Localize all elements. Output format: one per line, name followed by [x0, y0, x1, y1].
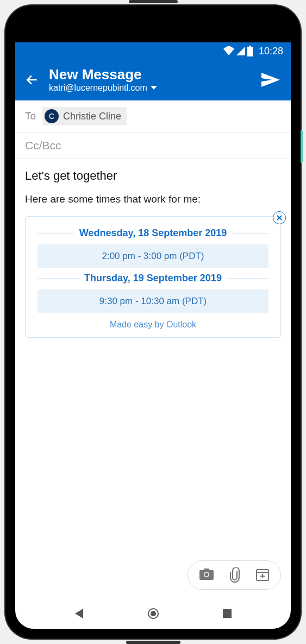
- svg-rect-1: [247, 47, 253, 56]
- phone-frame: 10:28 New Message katri@lucernepubintl.c…: [5, 5, 301, 639]
- send-button[interactable]: [260, 72, 281, 88]
- attachment-icon[interactable]: [229, 567, 240, 583]
- chevron-down-icon: [151, 86, 157, 90]
- card-footer: Made easy by Outlook: [38, 320, 268, 330]
- body-intro: Here are some times that work for me:: [25, 193, 281, 205]
- date-label: Wednesday, 18 September 2019: [79, 228, 227, 239]
- ccbcc-label: Cc/Bcc: [25, 139, 61, 152]
- from-account-selector[interactable]: katri@lucernepubintl.com: [49, 83, 251, 93]
- avatar: C: [45, 109, 59, 123]
- recipient-chip[interactable]: C Christie Cline: [42, 107, 127, 125]
- signal-icon: [236, 46, 246, 56]
- time-slot[interactable]: 9:30 pm - 10:30 am (PDT): [38, 289, 268, 313]
- date-header: Thursday, 19 September 2019: [38, 273, 268, 284]
- time-slot[interactable]: 2:00 pm - 3:00 pm (PDT): [38, 244, 268, 268]
- compose-area: To C Christie Cline Cc/Bcc Let's get tog…: [15, 100, 291, 598]
- speaker-top: [129, 0, 178, 3]
- battery-icon: [247, 46, 253, 56]
- status-bar: 10:28: [15, 42, 291, 60]
- subject-text: Let's get together: [25, 169, 117, 182]
- svg-point-9: [151, 611, 156, 616]
- calendar-add-icon[interactable]: [255, 567, 270, 582]
- date-header: Wednesday, 18 September 2019: [38, 228, 268, 239]
- svg-point-3: [205, 573, 209, 577]
- recipient-name: Christie Cline: [63, 111, 121, 122]
- availability-card: Wednesday, 18 September 2019 2:00 pm - 3…: [25, 216, 281, 338]
- nav-recent-icon[interactable]: [222, 608, 233, 619]
- wifi-icon: [223, 46, 235, 56]
- svg-rect-10: [223, 609, 232, 618]
- compose-toolbar: [188, 560, 281, 590]
- ccbcc-row[interactable]: Cc/Bcc: [15, 132, 291, 159]
- close-icon[interactable]: [273, 211, 286, 224]
- nav-home-icon[interactable]: [147, 608, 159, 620]
- body-area[interactable]: Here are some times that work for me: We…: [15, 193, 291, 598]
- app-header: New Message katri@lucernepubintl.com: [15, 60, 291, 100]
- svg-rect-0: [249, 46, 251, 47]
- camera-icon[interactable]: [199, 567, 214, 580]
- speaker-bottom: [126, 641, 180, 644]
- status-time: 10:28: [259, 46, 283, 57]
- subject-input[interactable]: Let's get together: [15, 159, 291, 193]
- power-button: [301, 130, 303, 163]
- page-title: New Message: [49, 66, 251, 83]
- to-label: To: [25, 110, 36, 122]
- from-email: katri@lucernepubintl.com: [49, 83, 147, 93]
- to-row[interactable]: To C Christie Cline: [15, 100, 291, 132]
- date-label: Thursday, 19 September 2019: [84, 273, 222, 284]
- nav-back-icon[interactable]: [73, 608, 85, 620]
- android-nav-bar: [15, 598, 291, 629]
- back-icon[interactable]: [25, 73, 39, 87]
